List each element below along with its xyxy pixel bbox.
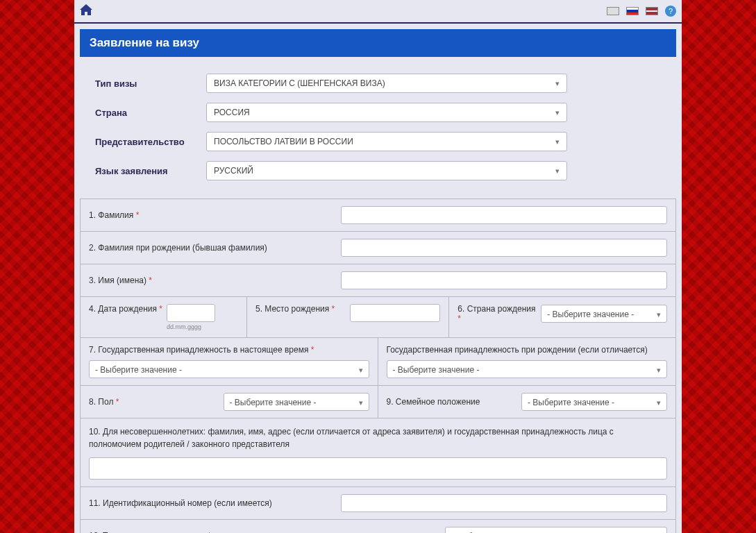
top-bar: ?	[74, 0, 682, 24]
visa-type-select[interactable]: ВИЗА КАТЕГОРИИ C (ШЕНГЕНСКАЯ ВИЗА)	[206, 74, 567, 93]
f2-label: 2. Фамилия при рождении (бывшая фамилия)	[89, 243, 267, 253]
topbar-right: ?	[607, 6, 676, 17]
f7-select[interactable]: - Выберите значение -	[89, 360, 369, 378]
page-title: Заявление на визу	[80, 29, 676, 57]
page-container: ? Заявление на визу Тип визы ВИЗА КАТЕГО…	[74, 0, 682, 533]
f8-label: 8. Пол *	[89, 397, 119, 407]
f7-label: 7. Государственная принадлежность в наст…	[89, 345, 369, 355]
mission-label: Представительство	[95, 137, 206, 147]
help-icon[interactable]: ?	[665, 6, 676, 17]
flag-uk-icon[interactable]	[607, 7, 619, 15]
f9-select[interactable]: - Выберите значение -	[521, 393, 667, 411]
lang-label: Язык заявления	[95, 166, 206, 176]
f8-select[interactable]: - Выберите значение -	[224, 393, 369, 411]
f7b-label: Государственная принадлежность при рожде…	[387, 345, 668, 355]
meta-block: Тип визы ВИЗА КАТЕГОРИИ C (ШЕНГЕНСКАЯ ВИ…	[74, 57, 682, 193]
f11-input[interactable]	[341, 494, 667, 512]
f4-hint: dd.mm.gggg	[167, 323, 215, 330]
f11-label: 11. Идентификационный номер (если имеетс…	[89, 498, 272, 508]
f6-select[interactable]: - Выберите значение -	[541, 305, 667, 323]
f5-input[interactable]	[350, 304, 440, 322]
f3-label: 3. Имя (имена) *	[89, 276, 152, 285]
f1-label: 1. Фамилия *	[89, 210, 139, 220]
lang-select[interactable]: РУССКИЙ	[206, 161, 567, 180]
flag-lv-icon[interactable]	[646, 7, 658, 15]
f9-label: 9. Семейное положение	[387, 397, 480, 407]
f4-input[interactable]	[167, 304, 215, 322]
visa-type-label: Тип визы	[95, 78, 206, 89]
home-icon[interactable]	[80, 4, 92, 18]
mission-select[interactable]: ПОСОЛЬСТВО ЛАТВИИ В РОССИИ	[206, 132, 567, 151]
f10-label: 10. Для несовершеннолетних: фамилия, имя…	[89, 425, 667, 450]
country-label: Страна	[95, 108, 206, 118]
f2-input[interactable]	[341, 239, 667, 257]
flag-ru-icon[interactable]	[626, 7, 639, 15]
form-table: 1. Фамилия * 2. Фамилия при рождении (бы…	[80, 198, 676, 533]
country-select[interactable]: РОССИЯ	[206, 103, 567, 122]
f1-input[interactable]	[341, 206, 667, 224]
f4-label: 4. Дата рождения *	[89, 304, 162, 330]
f5-label: 5. Место рождения *	[255, 304, 335, 322]
f7b-select[interactable]: - Выберите значение -	[387, 360, 668, 378]
f12-select[interactable]: - Выберите значение -	[445, 527, 667, 533]
f10-input[interactable]	[89, 457, 667, 480]
f6-label: 6. Страна рождения *	[457, 304, 537, 323]
f3-input[interactable]	[341, 271, 667, 289]
